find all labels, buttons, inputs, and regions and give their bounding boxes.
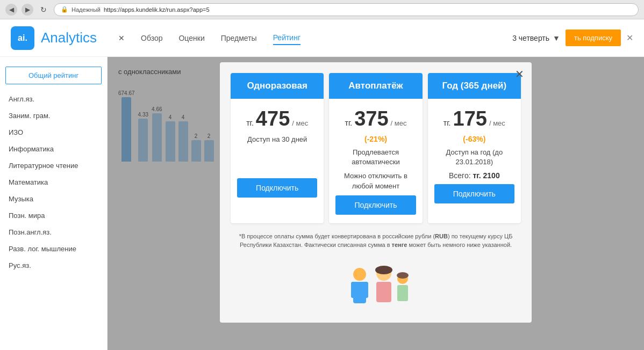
- nav-tabs: ✕ Обзор Оценки Предметы Рейтинг: [118, 31, 512, 45]
- sidebar-item-music[interactable]: Музыка: [0, 191, 107, 207]
- period-autopay: / мес: [391, 119, 407, 127]
- connect-button-year[interactable]: Подключить: [434, 184, 514, 203]
- discount-year: (-63%): [463, 135, 485, 143]
- plan-total-year: Всего: тг. 2100: [449, 171, 500, 180]
- reload-button[interactable]: ↻: [38, 4, 49, 16]
- plan-desc-onetime: Доступ на 30 дней: [247, 135, 307, 144]
- sidebar-item-math[interactable]: Математика: [0, 174, 107, 191]
- quarter-label: 3 четверть: [512, 34, 549, 42]
- plan-header-year: Год (365 дней): [428, 73, 521, 99]
- plan-card-onetime: Одноразовая тг. 475 / мес Доступ на 30 д…: [231, 73, 324, 223]
- plan-desc-autopay-2: Можно отключить в любой момент: [335, 171, 416, 191]
- connect-button-autopay[interactable]: Подключить: [335, 195, 416, 215]
- plan-price-year: тг. 175 / мес: [443, 107, 505, 130]
- tab-rating[interactable]: Рейтинг: [273, 31, 300, 45]
- tab-grades[interactable]: Оценки: [178, 32, 204, 45]
- plan-body-year: тг. 175 / мес (-63%) Доступ на год (до 2…: [428, 99, 521, 212]
- svg-rect-3: [363, 282, 368, 298]
- tab-close[interactable]: ✕: [118, 32, 125, 45]
- family-illustration: [231, 258, 521, 312]
- url-text: https://apps.kundelik.kz/run.aspx?app=5: [104, 6, 210, 13]
- svg-rect-8: [397, 285, 408, 301]
- browser-chrome: ◀ ▶ ↻ 🔒 Надежный https://apps.kundelik.k…: [0, 0, 644, 19]
- sidebar-item-informatics[interactable]: Информатика: [0, 141, 107, 157]
- amount-autopay: 375: [354, 107, 388, 130]
- plan-price-autopay: тг. 375 / мес: [345, 107, 406, 130]
- sidebar-item-logic[interactable]: Разв. лог. мышление: [0, 240, 107, 257]
- plan-body-autopay: тг. 375 / мес (-21%) Продлевается автома…: [329, 99, 422, 223]
- currency-autopay: тг.: [345, 119, 352, 127]
- family-svg: [333, 258, 419, 312]
- tab-overview[interactable]: Обзор: [141, 32, 162, 45]
- sidebar-item-english2[interactable]: Позн.англ.яз.: [0, 224, 107, 240]
- modal-close-button[interactable]: ✕: [515, 68, 524, 81]
- plan-card-autopay: Автоплатёж тг. 375 / мес (-21%) Продлева…: [329, 73, 422, 223]
- sidebar-item-world[interactable]: Позн. мира: [0, 207, 107, 224]
- back-button[interactable]: ◀: [5, 4, 17, 16]
- svg-rect-2: [351, 282, 356, 298]
- modal-backdrop: ✕ Одноразовая тг. 475 / мес: [108, 57, 644, 350]
- sidebar-item-english[interactable]: Англ.яз.: [0, 91, 107, 107]
- plan-header-autopay: Автоплатёж: [329, 73, 422, 99]
- main-content: с одноклассниками 674.67 4.33 4.66: [108, 57, 644, 350]
- app-container: ai. Analytics ✕ Обзор Оценки Предметы Ре…: [0, 19, 644, 350]
- overall-rating-button[interactable]: Общий рейтинг: [5, 67, 102, 84]
- content-area: Общий рейтинг Англ.яз. Заним. грам. ИЗО …: [0, 57, 644, 350]
- lock-icon: 🔒: [61, 6, 68, 13]
- currency-onetime: тг.: [246, 119, 254, 127]
- trusted-label: Надежный: [71, 6, 101, 13]
- svg-rect-5: [376, 282, 391, 302]
- header: ai. Analytics ✕ Обзор Оценки Предметы Ре…: [0, 19, 644, 57]
- amount-year: 175: [453, 107, 487, 130]
- plans-container: Одноразовая тг. 475 / мес Доступ на 30 д…: [231, 73, 521, 223]
- tab-subjects[interactable]: Предметы: [221, 32, 257, 45]
- svg-point-6: [375, 266, 392, 274]
- connect-button-onetime[interactable]: Подключить: [237, 178, 317, 198]
- svg-point-0: [353, 268, 366, 281]
- plan-desc-autopay-1: Продлевается автоматически: [335, 148, 416, 167]
- period-year: / мес: [489, 119, 505, 127]
- period-onetime: / мес: [292, 119, 308, 127]
- chevron-down-icon[interactable]: ▼: [553, 34, 560, 42]
- nav-right: 3 четверть ▼ ть подписку ✕: [512, 30, 633, 46]
- sidebar: Общий рейтинг Англ.яз. Заним. грам. ИЗО …: [0, 57, 108, 350]
- logo-icon: ai.: [11, 26, 34, 50]
- plan-body-onetime: тг. 475 / мес Доступ на 30 дней Подключи…: [231, 99, 324, 206]
- plan-price-onetime: тг. 475 / мес: [246, 107, 308, 130]
- sidebar-item-art[interactable]: ИЗО: [0, 124, 107, 141]
- svg-point-9: [397, 272, 409, 279]
- app-title: Analytics: [41, 30, 97, 46]
- discount-autopay: (-21%): [364, 135, 387, 143]
- currency-year: тг.: [443, 119, 451, 127]
- quarter-selector[interactable]: 3 четверть ▼: [512, 34, 560, 42]
- sidebar-item-reading[interactable]: Литературное чтение: [0, 157, 107, 174]
- close-subscribe-icon[interactable]: ✕: [626, 33, 633, 43]
- logo-container: ai. Analytics: [11, 26, 97, 50]
- plan-header-onetime: Одноразовая: [231, 73, 324, 99]
- plan-card-year: Год (365 дней) тг. 175 / мес (-63%) Дост…: [428, 73, 521, 223]
- plan-desc-year: Доступ на год (до 23.01.2018): [434, 148, 514, 167]
- address-bar[interactable]: 🔒 Надежный https://apps.kundelik.kz/run.…: [54, 3, 639, 16]
- subscribe-button[interactable]: ть подписку: [566, 30, 621, 46]
- amount-onetime: 475: [256, 107, 290, 130]
- forward-button[interactable]: ▶: [22, 4, 33, 16]
- sidebar-item-writing[interactable]: Заним. грам.: [0, 107, 107, 124]
- sidebar-item-russian[interactable]: Рус.яз.: [0, 257, 107, 274]
- modal-footer-note: *В процессе оплаты сумма будет конвертир…: [231, 232, 521, 250]
- subscription-modal: ✕ Одноразовая тг. 475 / мес: [220, 62, 532, 323]
